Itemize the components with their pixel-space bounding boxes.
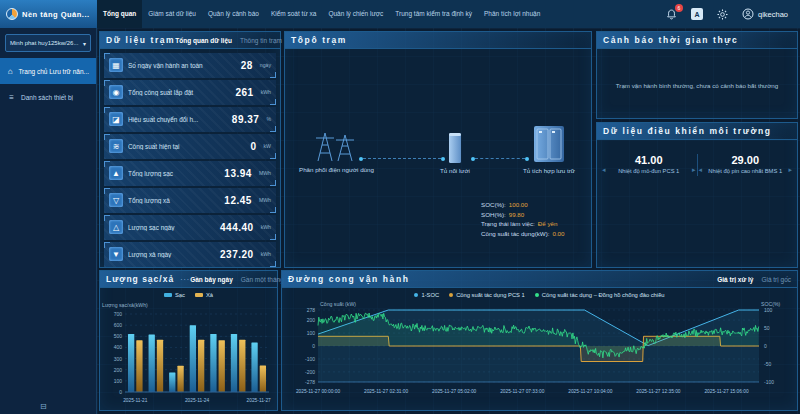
panel-tab[interactable]: Giá trị gốc <box>761 276 791 283</box>
username: qikechao <box>758 10 788 19</box>
panel-tab[interactable]: Giá trị xử lý <box>717 276 753 283</box>
svg-text:200: 200 <box>114 367 123 373</box>
topology-node-grid-cabinet[interactable]: Tủ nối lưới <box>440 132 470 174</box>
panel-tab[interactable]: Gần bảy ngày <box>190 276 233 283</box>
topology-node-user-grid[interactable]: Phân phối điện người dùng <box>299 129 374 173</box>
nav-item[interactable]: Trung tâm kiểm tra định kỳ <box>389 0 478 28</box>
sidebar-item-label: Trang chủ Lưu trữ năn... <box>18 68 89 75</box>
svg-text:2025-11-27 05:02:00: 2025-11-27 05:02:00 <box>432 389 477 394</box>
legend-label: Công suất tác dụng PCS 1 <box>456 292 525 298</box>
environment-stat-label: Nhiệt độ mô-đun PCS 1 <box>611 168 687 176</box>
svg-text:700: 700 <box>114 311 123 317</box>
legend-item[interactable]: Xả <box>195 292 213 298</box>
svg-text:-50: -50 <box>764 361 771 367</box>
svg-text:300: 300 <box>114 356 123 362</box>
station-data-tabs: Tổng quan dữ liệuThông tin trạm <box>175 37 282 44</box>
panel-tab[interactable]: Gần một tháng <box>241 276 284 283</box>
storage-info-label: SOC(%): <box>481 201 506 208</box>
power-grid-towers-icon <box>314 129 358 163</box>
storage-info-label: Công suất tác dụng(kW): <box>481 230 549 237</box>
curve-panel-title: Đường cong vận hành <box>288 274 409 284</box>
sidebar-item-label: Danh sách thiết bị <box>21 94 73 101</box>
metric-label: Lượng xả ngày <box>128 251 215 258</box>
metric-row: ◪ Hiệu suất chuyển đổi h... 89.37 % <box>104 107 276 132</box>
svg-text:200: 200 <box>307 317 316 323</box>
legend-label: Sạc <box>175 292 185 298</box>
nav-item[interactable]: Phân tích lợi nhuận <box>478 0 546 28</box>
main-content: Dữ liệu trạm Tổng quan dữ liệuThông tin … <box>97 28 800 414</box>
grid-cabinet-icon <box>445 132 465 164</box>
metric-value: 444.40 <box>220 222 254 233</box>
sidebar-collapse-icon[interactable]: ⊟ <box>40 402 47 411</box>
alarm-title: Cảnh báo thời gian thực <box>603 35 738 45</box>
nav-item[interactable]: Kiểm soát từ xa <box>265 0 323 28</box>
svg-text:-100: -100 <box>764 379 774 385</box>
svg-text:400: 400 <box>114 344 123 350</box>
svg-text:2025-11-21: 2025-11-21 <box>123 398 148 403</box>
legend-item[interactable]: Công suất tác dụng – Đồng hồ chống đảo c… <box>535 292 665 298</box>
daily-charge-icon: △ <box>109 220 123 234</box>
panel-tab[interactable]: Thông tin trạm <box>240 37 282 44</box>
legend-item[interactable]: Công suất tác dụng PCS 1 <box>449 292 525 298</box>
environment-stat-card: ◂ 41.00 Nhiệt độ mô-đun PCS 1 ▸ <box>601 154 697 176</box>
nav-item[interactable]: Quản lý chiến lược <box>322 0 389 28</box>
svg-text:Lượng sạc/xả(kWh): Lượng sạc/xả(kWh) <box>102 302 148 308</box>
language-icon[interactable]: A <box>691 8 703 20</box>
environment-stat-value: 29.00 <box>708 154 784 166</box>
svg-text:-100: -100 <box>305 356 315 362</box>
environment-stats: ◂ 41.00 Nhiệt độ mô-đun PCS 1 ▸ ◂ 29.00 … <box>597 140 797 176</box>
settings-gear-icon[interactable] <box>716 8 729 21</box>
dashboard: Nền tảng Quản... Tổng quanGiám sát dữ li… <box>0 0 800 414</box>
svg-text:100: 100 <box>307 330 316 336</box>
svg-text:500: 500 <box>114 333 123 339</box>
svg-text:0: 0 <box>312 343 315 349</box>
carousel-left-icon[interactable]: ◂ <box>699 166 703 174</box>
logo-icon <box>6 8 18 20</box>
station-selector-dropdown[interactable]: Minh phat huy125kw/26... ▾ <box>5 34 91 52</box>
discharge-icon: ▽ <box>109 193 123 207</box>
charge-icon: ▲ <box>109 166 123 180</box>
svg-text:0: 0 <box>119 389 122 395</box>
metric-value: 237.20 <box>220 249 254 260</box>
panel-tab[interactable]: Tổng quan dữ liệu <box>175 37 232 44</box>
metric-label: Tổng công suất lắp đặt <box>128 89 230 96</box>
calendar-icon: ▦ <box>109 58 123 72</box>
capacity-icon: ◉ <box>109 85 123 99</box>
metric-row: ▼ Lượng xả ngày 237.20 kWh <box>104 242 276 267</box>
nav-item[interactable]: Tổng quan <box>97 0 142 28</box>
legend-label: Công suất tác dụng – Đồng hồ chống đảo c… <box>542 292 665 298</box>
operation-curve-panel: Đường cong vận hành Giá trị xử lýGiá trị… <box>281 270 798 411</box>
notifications-bell-icon[interactable]: 6 <box>665 8 678 21</box>
legend-item[interactable]: 1-SOC <box>414 292 439 298</box>
home-icon: ⌂ <box>7 67 13 76</box>
sidebar-item[interactable]: ⌂ Trang chủ Lưu trữ năn... <box>0 58 96 84</box>
curve-line-chart: 2782001000-100-200-278100500-50-1002025-… <box>282 300 793 404</box>
legend-item[interactable]: Sạc <box>164 292 185 298</box>
topology-node-storage-cabinet[interactable]: Tủ tích hợp lưu trữ <box>523 124 575 174</box>
app-logo: Nền tảng Quản... <box>0 0 97 28</box>
more-icon[interactable]: ··· <box>180 276 190 283</box>
svg-text:2025-11-27 12:35:00: 2025-11-27 12:35:00 <box>636 389 681 394</box>
nav-item[interactable]: Quản lý cảnh báo <box>202 0 265 28</box>
navbar-actions: 6 A qikechao <box>665 8 800 21</box>
app-title: Nền tảng Quản... <box>22 10 90 19</box>
user-menu[interactable]: qikechao <box>742 8 788 20</box>
chevron-down-icon: ▾ <box>83 40 86 47</box>
storage-info-value: Để yên <box>538 220 558 227</box>
carousel-right-icon[interactable]: ▸ <box>788 166 792 174</box>
svg-text:278: 278 <box>307 307 316 313</box>
legend-label: 1-SOC <box>421 292 439 298</box>
carousel-left-icon[interactable]: ◂ <box>602 166 606 174</box>
storage-info-row: Công suất tác dụng(kW):0.00 <box>481 230 564 237</box>
environment-stat-label: Nhiệt độ pin cao nhất BMS 1 <box>708 168 784 176</box>
nav-item[interactable]: Giám sát dữ liệu <box>142 0 202 28</box>
svg-text:2025-11-27 15:06:00: 2025-11-27 15:06:00 <box>704 389 749 394</box>
storage-info-value: 0.00 <box>552 230 564 237</box>
sidebar-item[interactable]: ≡ Danh sách thiết bị <box>0 84 96 110</box>
realtime-alarm-panel: Cảnh báo thời gian thực Trạm vận hành bì… <box>596 31 798 119</box>
metric-row: ▲ Tổng lượng sạc 13.94 MWh <box>104 161 276 186</box>
carousel-right-icon[interactable]: ▸ <box>692 166 696 174</box>
svg-text:2025-11-27 00:00:00: 2025-11-27 00:00:00 <box>296 389 341 394</box>
storage-info-value: 100.00 <box>509 201 528 208</box>
metric-value: 89.37 <box>232 114 260 125</box>
